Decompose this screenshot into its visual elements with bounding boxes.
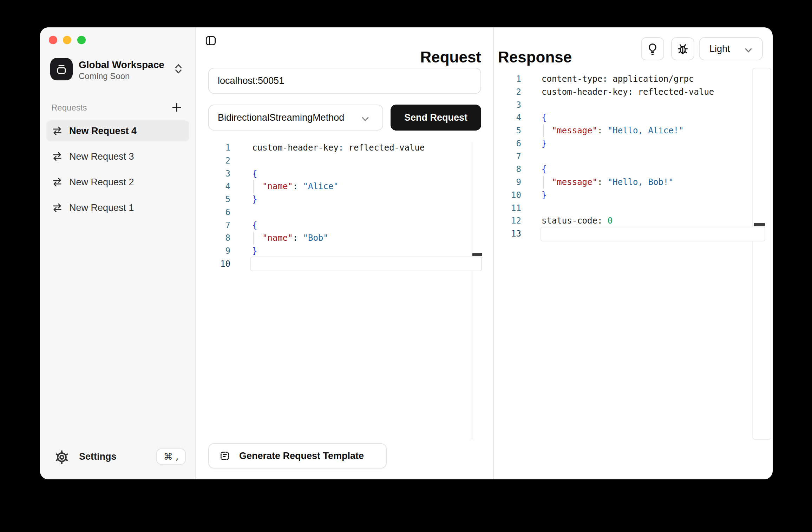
line-number: 13 xyxy=(490,227,521,240)
settings-shortcut-badge: ⌘ , xyxy=(156,448,186,465)
workspace-subtitle: Coming Soon xyxy=(79,71,130,81)
code-line[interactable]: 1custom-header-key: reflected-value xyxy=(198,141,479,154)
code-line[interactable]: 9} xyxy=(198,245,479,258)
code-line-content xyxy=(521,99,542,112)
hint-button[interactable] xyxy=(641,37,664,60)
line-number: 2 xyxy=(198,154,230,167)
close-window-button[interactable] xyxy=(49,36,57,44)
bidirectional-arrows-icon xyxy=(52,152,63,161)
code-line[interactable]: 6 xyxy=(198,206,479,219)
generate-template-label: Generate Request Template xyxy=(239,451,364,461)
settings-button[interactable]: Settings ⌘ , xyxy=(40,448,196,467)
code-line[interactable]: 4{ xyxy=(490,111,767,124)
code-line-content: "message": "Hello, Alice!" xyxy=(521,124,684,137)
zoom-window-button[interactable] xyxy=(77,36,86,44)
sidebar-request-item[interactable]: New Request 2 xyxy=(46,172,189,193)
add-request-button[interactable] xyxy=(171,102,182,113)
settings-label: Settings xyxy=(79,451,117,462)
line-number: 7 xyxy=(198,219,230,232)
code-line-content xyxy=(521,150,542,163)
template-icon xyxy=(220,451,230,461)
code-line[interactable]: 5} xyxy=(198,193,479,206)
code-line[interactable]: 6} xyxy=(490,137,767,150)
line-number: 6 xyxy=(198,206,230,219)
code-line-content: { xyxy=(521,111,546,124)
chevron-down-icon xyxy=(361,114,370,124)
line-number: 8 xyxy=(198,232,230,245)
request-editor-scroll-thumb[interactable] xyxy=(472,253,482,256)
indent-guide xyxy=(253,180,254,193)
code-line-content xyxy=(230,258,252,271)
code-line[interactable]: 10} xyxy=(490,189,767,202)
indent-guide xyxy=(543,124,544,137)
gear-icon xyxy=(54,449,70,465)
response-body-viewer[interactable]: 1content-type: application/grpc2custom-h… xyxy=(490,73,767,240)
code-line[interactable]: 1content-type: application/grpc xyxy=(490,73,767,86)
request-item-label: New Request 1 xyxy=(69,202,134,213)
code-line-content: { xyxy=(230,219,257,232)
code-line[interactable]: 2 xyxy=(198,154,479,167)
minimize-window-button[interactable] xyxy=(63,36,71,44)
send-request-button[interactable]: Send Request xyxy=(391,105,481,131)
request-body-editor[interactable]: 1custom-header-key: reflected-value23{4 … xyxy=(198,141,479,271)
generate-template-button[interactable]: Generate Request Template xyxy=(208,443,387,468)
line-number: 10 xyxy=(490,189,521,202)
line-number: 7 xyxy=(490,150,521,163)
theme-dropdown[interactable]: Light xyxy=(699,37,763,60)
code-line[interactable]: 11 xyxy=(490,202,767,215)
debug-button[interactable] xyxy=(671,37,694,60)
chevron-down-icon xyxy=(744,46,753,55)
response-last-line-box xyxy=(541,227,765,241)
code-line[interactable]: 12status-code: 0 xyxy=(490,214,767,227)
code-line[interactable]: 2custom-header-key: reflected-value xyxy=(490,86,767,99)
code-line[interactable]: 9 "message": "Hello, Bob!" xyxy=(490,176,767,189)
code-line-content: "name": "Bob" xyxy=(230,232,328,245)
code-line-content: status-code: 0 xyxy=(521,214,613,227)
code-line[interactable]: 7 xyxy=(490,150,767,163)
line-number: 9 xyxy=(198,245,230,258)
code-line-content: { xyxy=(230,167,257,180)
request-item-label: New Request 2 xyxy=(69,177,134,188)
theme-dropdown-value: Light xyxy=(709,44,730,54)
code-line[interactable]: 4 "name": "Alice" xyxy=(198,180,479,193)
line-number: 11 xyxy=(490,202,521,215)
line-number: 5 xyxy=(198,193,230,206)
line-number: 2 xyxy=(490,86,521,99)
code-line-content: { xyxy=(521,163,546,176)
bidirectional-arrows-icon xyxy=(52,126,63,136)
request-item-label: New Request 4 xyxy=(69,126,137,137)
workspace-icon xyxy=(50,58,73,80)
chevron-up-down-icon xyxy=(174,63,183,75)
method-dropdown[interactable]: BidirectionalStreamingMethod xyxy=(208,105,383,131)
sidebar-toggle-icon[interactable] xyxy=(205,35,216,46)
code-line[interactable]: 8{ xyxy=(490,163,767,176)
code-line-content xyxy=(521,227,542,240)
sidebar-request-item[interactable]: New Request 4 xyxy=(46,120,189,141)
code-line[interactable]: 3 xyxy=(490,99,767,112)
request-list: New Request 4 New Request 3 New Request … xyxy=(46,120,189,223)
line-number: 3 xyxy=(198,167,230,180)
line-number: 3 xyxy=(490,99,521,112)
sidebar-request-item[interactable]: New Request 1 xyxy=(46,197,189,218)
code-line[interactable]: 8 "name": "Bob" xyxy=(198,232,479,245)
server-url-input[interactable] xyxy=(208,68,481,94)
response-editor-scroll-track xyxy=(752,68,771,440)
code-line-content: "message": "Hello, Bob!" xyxy=(521,176,674,189)
code-line-content: } xyxy=(521,137,546,150)
response-editor-scroll-thumb[interactable] xyxy=(754,223,765,226)
code-line[interactable]: 7{ xyxy=(198,219,479,232)
code-line-content xyxy=(521,202,542,215)
sidebar-request-item[interactable]: New Request 3 xyxy=(46,146,189,167)
code-line-content: custom-header-key: reflected-value xyxy=(521,86,714,99)
request-item-label: New Request 3 xyxy=(69,151,134,162)
bug-icon xyxy=(676,42,689,55)
bidirectional-arrows-icon xyxy=(52,177,63,187)
code-line-content: custom-header-key: reflected-value xyxy=(230,141,425,154)
code-line-content: } xyxy=(521,189,546,202)
app-window: Global Workspace Coming Soon Requests Ne… xyxy=(40,27,773,479)
line-number: 1 xyxy=(490,73,521,86)
code-line[interactable]: 3{ xyxy=(198,167,479,180)
code-line[interactable]: 5 "message": "Hello, Alice!" xyxy=(490,124,767,137)
code-line-content: content-type: application/grpc xyxy=(521,73,694,86)
request-message-entry-box[interactable] xyxy=(250,257,482,271)
